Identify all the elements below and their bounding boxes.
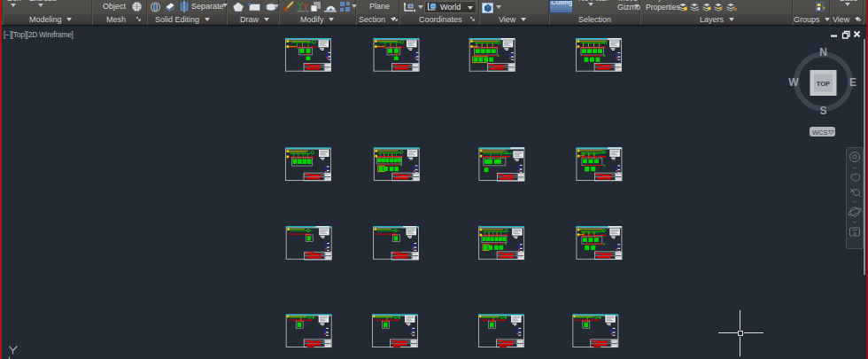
svg-text:TOP: TOP: [817, 80, 830, 88]
svg-text:E: E: [849, 76, 856, 89]
svg-text:S: S: [819, 105, 826, 117]
svg-text:N: N: [819, 46, 827, 59]
svg-text:W: W: [788, 76, 799, 89]
